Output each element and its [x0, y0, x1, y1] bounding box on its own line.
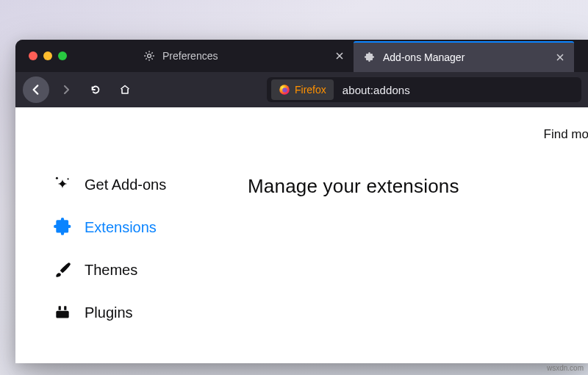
- site-identity[interactable]: Firefox: [271, 79, 334, 100]
- reload-button[interactable]: [83, 77, 108, 102]
- identity-label: Firefox: [295, 84, 326, 96]
- watermark: wsxdn.com: [547, 364, 584, 372]
- browser-window: Preferences Add-ons Manager: [15, 40, 588, 363]
- sidebar-item-extensions[interactable]: Extensions: [52, 206, 229, 249]
- tab-preferences[interactable]: Preferences: [133, 40, 354, 72]
- tab-addons-manager[interactable]: Add-ons Manager: [354, 41, 574, 72]
- gear-icon: [143, 50, 155, 62]
- sidebar-item-label: Extensions: [85, 219, 157, 236]
- content-top-bar: Find mo: [15, 107, 588, 149]
- navigation-toolbar: Firefox about:addons: [15, 72, 588, 107]
- minimize-window-button[interactable]: [43, 51, 52, 60]
- puzzle-icon: [364, 51, 376, 63]
- url-text: about:addons: [335, 84, 410, 96]
- url-bar[interactable]: Firefox about:addons: [267, 77, 581, 102]
- tab-close-button[interactable]: [553, 51, 567, 64]
- sidebar: Get Add-ons Extensions: [15, 149, 229, 363]
- sidebar-item-label: Themes: [85, 262, 137, 279]
- tab-label: Add-ons Manager: [383, 51, 546, 63]
- main-panel: Manage your extensions: [229, 149, 588, 363]
- svg-point-3: [56, 177, 58, 179]
- tab-label: Preferences: [162, 50, 326, 62]
- find-more-link[interactable]: Find mo: [544, 127, 588, 142]
- window-controls: [15, 40, 133, 72]
- sidebar-item-label: Plugins: [85, 304, 133, 321]
- tab-close-button[interactable]: [333, 49, 346, 63]
- svg-rect-6: [64, 306, 66, 310]
- svg-rect-7: [56, 311, 68, 318]
- sidebar-item-label: Get Add-ons: [85, 176, 166, 193]
- tab-strip: Preferences Add-ons Manager: [15, 40, 588, 72]
- back-button[interactable]: [23, 76, 49, 103]
- svg-point-0: [148, 54, 151, 58]
- firefox-icon: [279, 84, 290, 96]
- svg-rect-5: [59, 306, 61, 310]
- svg-point-2: [282, 88, 287, 93]
- content-body: Get Add-ons Extensions: [15, 149, 588, 363]
- sidebar-item-plugins[interactable]: Plugins: [52, 291, 229, 334]
- home-button[interactable]: [112, 77, 137, 102]
- close-window-button[interactable]: [29, 51, 37, 60]
- brush-icon: [52, 260, 73, 280]
- sidebar-item-themes[interactable]: Themes: [52, 249, 229, 291]
- content-area: Find mo Get Add-ons: [15, 107, 588, 363]
- sidebar-item-get-addons[interactable]: Get Add-ons: [52, 163, 229, 206]
- plug-icon: [52, 302, 73, 323]
- puzzle-icon: [52, 217, 73, 238]
- svg-point-4: [68, 178, 69, 179]
- sparkle-icon: [52, 174, 73, 195]
- zoom-window-button[interactable]: [58, 51, 67, 60]
- page-heading: Manage your extensions: [248, 175, 588, 198]
- forward-button[interactable]: [54, 77, 79, 102]
